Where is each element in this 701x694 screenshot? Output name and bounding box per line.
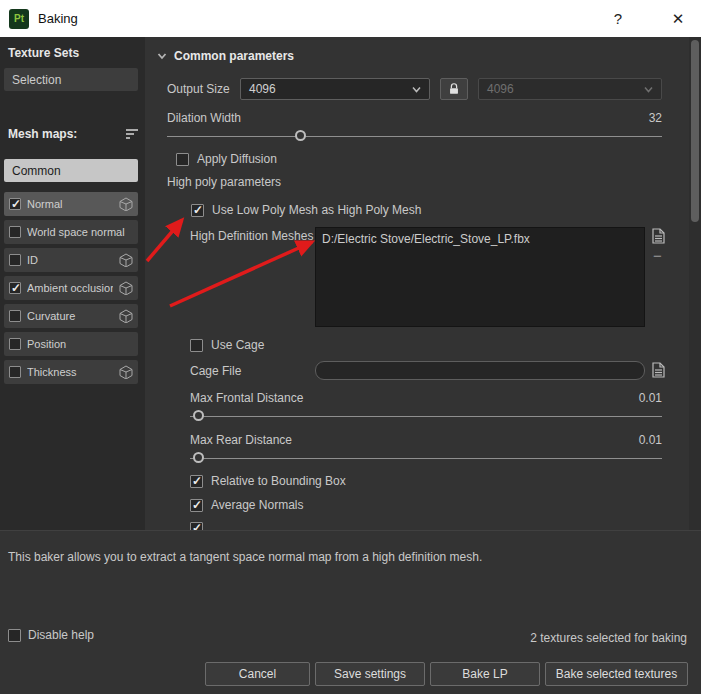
texture-sets-label: Texture Sets (8, 46, 79, 60)
mesh-map-row-ambient-occlusion[interactable]: Ambient occlusion (4, 276, 138, 300)
mesh-map-checkbox[interactable] (9, 338, 21, 350)
mesh-map-checkbox[interactable] (9, 254, 21, 266)
use-low-poly-label: Use Low Poly Mesh as High Poly Mesh (212, 203, 421, 217)
mesh-cube-icon (119, 365, 133, 379)
clipped-parameter-row (190, 522, 203, 530)
bake-selected-textures-button[interactable]: Bake selected textures (545, 662, 688, 686)
mesh-maps-label: Mesh maps: (8, 127, 77, 141)
max-frontal-distance-label: Max Frontal Distance (190, 391, 303, 405)
mesh-map-label: Ambient occlusion (27, 282, 113, 294)
mesh-file-path[interactable]: D:/Electric Stove/Electric_Stove_LP.fbx (322, 232, 530, 246)
cage-file-browse-button[interactable] (650, 361, 666, 379)
relative-bounding-box-checkbox[interactable] (190, 475, 203, 488)
output-size-locked-value: 4096 (487, 82, 644, 96)
bake-lp-button[interactable]: Bake LP (430, 662, 540, 686)
clipped-parameter-checkbox[interactable] (190, 522, 203, 530)
relative-bounding-box-label: Relative to Bounding Box (211, 474, 346, 488)
mesh-map-row-normal[interactable]: Normal (4, 192, 138, 216)
slider-handle[interactable] (193, 452, 204, 463)
use-cage-label: Use Cage (211, 338, 264, 352)
slider-track-line (190, 416, 662, 417)
textures-selected-status: 2 textures selected for baking (530, 631, 687, 645)
baker-help-text: This baker allows you to extract a tange… (8, 550, 689, 564)
mesh-map-row-id[interactable]: ID (4, 248, 138, 272)
chevron-down-icon (412, 86, 421, 93)
help-description-bar: This baker allows you to extract a tange… (0, 530, 701, 614)
dilation-width-value: 32 (649, 111, 662, 125)
file-icon (652, 228, 665, 244)
use-low-poly-checkbox[interactable] (191, 204, 204, 217)
cage-file-label: Cage File (190, 364, 241, 378)
baking-dialog: Pt Baking ? ✕ Texture Sets Selection Mes… (0, 0, 701, 694)
dilation-width-slider[interactable] (167, 130, 662, 142)
mesh-cube-icon (119, 281, 133, 295)
sidebar-item-selection[interactable]: Selection (4, 68, 138, 91)
mesh-cube-icon (119, 197, 133, 211)
mesh-map-row-position[interactable]: Position (4, 332, 138, 356)
close-button[interactable]: ✕ (655, 0, 701, 37)
cancel-button[interactable]: Cancel (205, 662, 310, 686)
mesh-map-label: Normal (27, 198, 113, 210)
output-size-value: 4096 (249, 82, 412, 96)
texture-sets-header: Texture Sets (8, 46, 139, 60)
mesh-map-label: Thickness (27, 366, 113, 378)
apply-diffusion-row: Apply Diffusion (176, 152, 277, 166)
help-button[interactable]: ? (595, 0, 641, 37)
mesh-map-label: World space normal (27, 226, 133, 238)
slider-track-line (167, 136, 662, 137)
sort-icon[interactable] (125, 128, 139, 140)
mesh-map-checkbox[interactable] (9, 198, 21, 210)
slider-handle[interactable] (295, 130, 306, 141)
output-size-label: Output Size (167, 82, 230, 96)
mesh-map-checkbox[interactable] (9, 282, 21, 294)
sidebar-item-common[interactable]: Common (4, 159, 138, 182)
mesh-map-row-thickness[interactable]: Thickness (4, 360, 138, 384)
max-frontal-distance-value: 0.01 (639, 391, 662, 405)
mesh-map-checkbox[interactable] (9, 366, 21, 378)
vertical-scrollbar[interactable] (689, 37, 701, 530)
common-parameters-section[interactable]: Common parameters (157, 49, 294, 63)
output-size-locked-dropdown: 4096 (478, 78, 662, 100)
average-normals-label: Average Normals (211, 498, 303, 512)
mesh-map-label: Curvature (27, 310, 113, 322)
max-rear-distance-slider[interactable] (190, 452, 662, 464)
relative-bounding-box-row: Relative to Bounding Box (190, 474, 346, 488)
chevron-down-icon (644, 86, 653, 93)
max-rear-distance-label: Max Rear Distance (190, 433, 292, 447)
disable-help-row: Disable help (8, 628, 94, 642)
average-normals-checkbox[interactable] (190, 499, 203, 512)
use-cage-checkbox[interactable] (190, 339, 203, 352)
use-cage-row: Use Cage (190, 338, 264, 352)
app-logo-icon: Pt (9, 9, 29, 29)
mesh-map-checkbox[interactable] (9, 226, 21, 238)
titlebar: Pt Baking ? ✕ (0, 0, 701, 37)
dialog-footer: Disable help 2 textures selected for bak… (0, 614, 701, 694)
parameters-panel: Common parameters Output Size 4096 4096 … (145, 37, 689, 530)
mesh-map-row-curvature[interactable]: Curvature (4, 304, 138, 328)
mesh-map-row-world-space-normal[interactable]: World space normal (4, 220, 138, 244)
mesh-map-label: ID (27, 254, 113, 266)
output-size-dropdown[interactable]: 4096 (240, 78, 430, 100)
lock-button[interactable] (440, 78, 468, 100)
high-definition-meshes-list[interactable]: D:/Electric Stove/Electric_Stove_LP.fbx (315, 227, 645, 327)
apply-diffusion-checkbox[interactable] (176, 153, 189, 166)
mesh-map-list: Normal World space normal ID Ambient occ… (4, 192, 138, 388)
mesh-maps-header: Mesh maps: (8, 127, 139, 141)
max-rear-distance-value: 0.01 (639, 433, 662, 447)
apply-diffusion-label: Apply Diffusion (197, 152, 277, 166)
section-title: Common parameters (174, 49, 294, 63)
scrollbar-thumb[interactable] (691, 40, 699, 222)
mesh-map-checkbox[interactable] (9, 310, 21, 322)
use-low-poly-row: Use Low Poly Mesh as High Poly Mesh (191, 203, 421, 217)
cage-file-input[interactable] (315, 361, 645, 380)
file-icon (652, 362, 665, 378)
remove-mesh-button[interactable]: − (653, 251, 662, 261)
disable-help-checkbox[interactable] (8, 629, 21, 642)
slider-handle[interactable] (193, 410, 204, 421)
dilation-width-label: Dilation Width (167, 111, 241, 125)
lock-icon (447, 82, 461, 96)
max-frontal-distance-slider[interactable] (190, 410, 662, 422)
disable-help-label: Disable help (28, 628, 94, 642)
save-settings-button[interactable]: Save settings (315, 662, 425, 686)
file-browse-button[interactable] (650, 227, 666, 245)
